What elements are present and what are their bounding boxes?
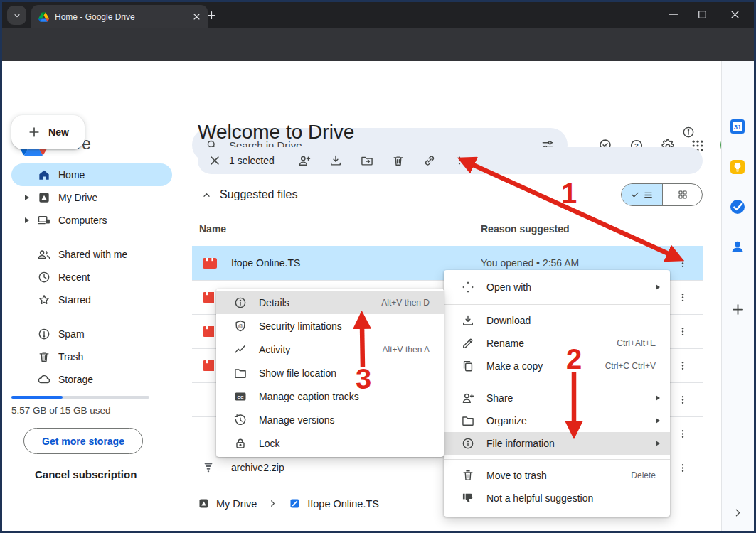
menu-item-make-a-copy[interactable]: Make a copy Ctrl+C Ctrl+V [444,355,670,377]
sidebar-item-home[interactable]: Home [11,163,172,186]
rename-pencil-icon [461,336,475,350]
submenu-item-show-file-location[interactable]: Show file location [216,361,444,384]
clear-selection-icon[interactable] [206,154,223,167]
browser-tab[interactable]: Home - Google Drive [31,5,208,28]
svg-text:31: 31 [734,123,742,131]
trash-icon[interactable] [391,154,405,168]
trash-icon [37,350,51,364]
zip-file-icon [202,461,215,474]
row-more-actions-kebab-icon[interactable] [677,256,688,270]
tab-close-icon[interactable] [191,11,202,22]
menu-item-rename[interactable]: Rename Ctrl+Alt+E [444,332,670,355]
section-title: Suggested files [220,188,297,201]
collapse-chevron-up-icon[interactable] [201,189,213,201]
shared-people-icon [37,247,51,262]
submenu-item-manage-caption-tracks[interactable]: CC Manage caption tracks [216,384,444,408]
submenu-item-manage-versions[interactable]: Manage versions [216,408,444,431]
sidebar-item-shared-with-me[interactable]: Shared with me [11,243,172,266]
info-icon[interactable] [680,124,697,141]
video-file-icon [203,258,217,269]
calendar-icon[interactable]: 31 [730,119,745,134]
copy-link-icon[interactable] [422,154,437,168]
drive-header: Drive Search in Drive ? A [0,61,756,107]
menu-item-not-helpful[interactable]: Not a helpful suggestion [444,487,670,510]
row-more-actions-kebab-icon[interactable] [677,324,688,338]
row-more-actions-kebab-icon[interactable] [677,426,688,441]
share-person-add-icon [461,391,475,405]
new-tab-button[interactable] [203,7,219,23]
trash-icon [461,468,475,483]
get-more-storage-button[interactable]: Get more storage [23,428,143,454]
selected-count: 1 selected [229,155,275,166]
file-reason: You opened • 2:56 AM [481,257,579,269]
drive-favicon [38,12,49,22]
cancel-subscription-link[interactable]: Cancel subscription [35,468,137,480]
video-file-icon [203,360,214,371]
page-title: Welcome to Drive [198,121,354,144]
expand-chevron-icon[interactable] [25,195,29,200]
keep-notes-icon[interactable] [730,159,745,175]
contacts-icon[interactable] [730,239,745,254]
new-button-label: New [48,126,69,138]
file-information-submenu: Details Alt+V then D @ Security limitati… [216,289,444,457]
computers-icon [37,213,51,227]
sidebar-item-starred[interactable]: Starred [11,289,172,311]
menu-item-move-to-trash[interactable]: Move to trash Delete [444,464,670,487]
panel-divider [727,269,748,269]
column-header-name[interactable]: Name [199,223,226,235]
browser-toolbar: drive.google.com/drive/home {} A [0,28,756,61]
column-header-reason[interactable]: Reason suggested [481,223,569,235]
menu-divider [444,382,670,382]
tab-search-button[interactable] [7,6,26,25]
add-panel-app-icon[interactable] [730,301,745,317]
window-minimize-button[interactable] [663,4,684,25]
sidebar-item-my-drive[interactable]: My Drive [11,186,172,209]
folder-icon [461,414,475,428]
submenu-item-lock[interactable]: Lock [216,431,444,455]
move-to-folder-icon[interactable] [360,154,374,168]
submenu-item-details[interactable]: Details Alt+V then D [216,291,444,314]
menu-item-share[interactable]: Share [444,387,670,409]
sidebar-item-recent[interactable]: Recent [11,266,172,289]
submenu-arrow-icon [656,284,660,290]
menu-item-file-information[interactable]: File information [444,432,670,455]
window-close-button[interactable] [724,4,745,25]
row-more-actions-kebab-icon[interactable] [677,358,688,372]
share-person-add-icon[interactable] [297,154,312,168]
collapse-panel-chevron-icon[interactable] [730,505,745,520]
menu-item-organize[interactable]: Organize [444,409,670,432]
menu-item-open-with[interactable]: Open with [444,274,670,300]
expand-chevron-icon[interactable] [25,217,29,223]
suggested-files-section-header[interactable]: Suggested files [201,188,297,201]
breadcrumb: My Drive Ifope Online.TS [198,497,379,510]
breadcrumb-parent[interactable]: My Drive [216,498,257,510]
home-filled-icon [37,168,51,182]
annotation-arrow-1 [472,164,670,254]
menu-item-download[interactable]: Download [444,309,670,332]
toolbar-more-actions-kebab-icon[interactable] [454,154,465,167]
grid-view-toggle[interactable] [662,184,702,205]
spam-icon [37,327,51,341]
row-more-actions-kebab-icon[interactable] [677,290,688,304]
window-maximize-button[interactable] [691,4,713,25]
sidebar-item-storage[interactable]: Storage [11,368,172,391]
thumbs-down-icon [461,491,475,505]
version-history-icon [233,413,247,427]
list-view-toggle[interactable] [622,184,662,205]
file-name[interactable]: Ifope Online.TS [231,257,300,269]
file-name[interactable]: archive2.zip [231,462,284,473]
download-icon[interactable] [329,154,343,168]
info-icon [233,296,247,310]
sidebar-item-computers[interactable]: Computers [11,209,172,232]
submenu-item-activity[interactable]: Activity Alt+V then A [216,338,444,361]
tasks-icon[interactable] [730,199,745,215]
cloud-icon [37,372,51,387]
breadcrumb-current[interactable]: Ifope Online.TS [307,498,379,510]
row-more-actions-kebab-icon[interactable] [677,392,688,407]
new-button[interactable]: New [11,115,85,149]
sidebar-item-trash[interactable]: Trash [11,345,172,368]
open-with-icon [461,280,475,294]
submenu-item-security-limitations[interactable]: @ Security limitations [216,314,444,338]
lock-icon [233,436,247,451]
sidebar-item-spam[interactable]: Spam [11,323,172,345]
